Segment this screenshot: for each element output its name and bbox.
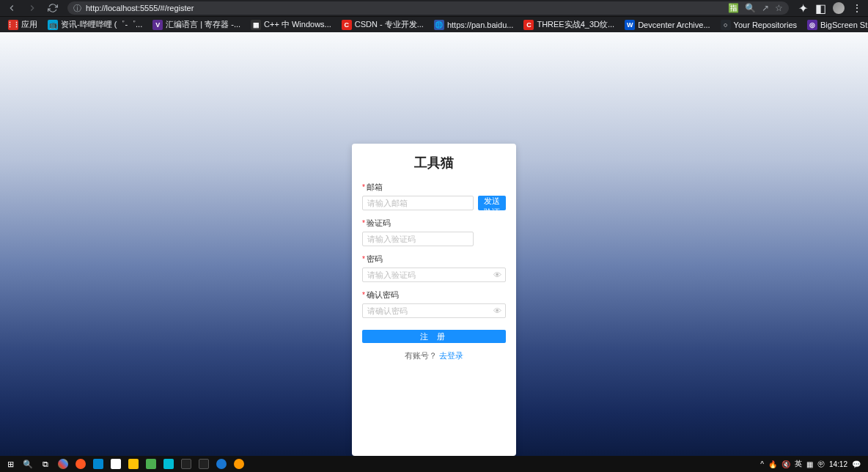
taskbar-app[interactable]	[196, 457, 211, 471]
tray-input-icon[interactable]: ㊥	[817, 459, 825, 469]
taskbar-app[interactable]	[232, 457, 246, 471]
bookmark-item[interactable]: ◎BigScreen Studio...	[803, 18, 868, 32]
address-bar[interactable]: ⓘ 🈯 🔍 ↗ ☆	[67, 1, 789, 15]
bookmark-label: Devcenter Archive...	[638, 21, 710, 29]
required-marker: *	[362, 255, 365, 263]
email-label: 邮箱	[367, 182, 383, 193]
taskbar-app[interactable]	[73, 457, 88, 471]
send-code-button[interactable]: 发送验证码	[478, 196, 506, 210]
side-panel-icon[interactable]: ◧	[815, 3, 825, 13]
password-label: 密码	[367, 254, 383, 265]
profile-avatar[interactable]	[833, 2, 845, 14]
bookmark-item[interactable]: ⋮⋮应用	[4, 18, 41, 32]
bookmark-label: CSDN - 专业开发...	[355, 19, 424, 30]
bookmark-label: 应用	[21, 19, 37, 30]
confirm-label: 确认密码	[367, 290, 399, 300]
bookmark-item[interactable]: 📺资讯-哔哩哔哩 (゜-゜...	[44, 18, 146, 32]
code-field-group: *验证码	[362, 218, 506, 246]
register-button[interactable]: 注 册	[362, 330, 506, 343]
bookmark-favicon: C	[342, 20, 352, 30]
translate-icon[interactable]: 🈯	[728, 3, 739, 13]
taskbar-app[interactable]	[56, 457, 70, 471]
tray-chevron-up-icon[interactable]: ^	[760, 460, 764, 468]
eye-icon[interactable]: 👁	[493, 270, 501, 279]
bookmark-favicon: 🌐	[434, 20, 444, 30]
system-tray: ^ 🔥 🔇 英 ▦ ㊥ 14:12 💬	[760, 459, 865, 469]
code-label: 验证码	[367, 218, 391, 229]
email-input[interactable]	[362, 196, 474, 210]
password-input[interactable]	[362, 268, 506, 282]
start-button[interactable]: ⊞	[3, 457, 18, 471]
taskbar-app[interactable]	[108, 457, 123, 471]
eye-icon[interactable]: 👁	[493, 306, 501, 315]
chrome-menu-button[interactable]: ⋮	[852, 2, 862, 14]
taskbar-app[interactable]	[161, 457, 176, 471]
bookmark-label: https://pan.baidu...	[447, 21, 514, 29]
required-marker: *	[362, 219, 365, 227]
browser-toolbar: ⓘ 🈯 🔍 ↗ ☆ ✦ ◧ ⋮	[0, 0, 868, 16]
bookmark-item[interactable]: ▦C++ 中 Windows...	[247, 18, 335, 32]
login-prompt: 有账号？ 去登录	[362, 350, 506, 361]
nav-back-button[interactable]	[6, 2, 18, 14]
bookmark-label: C++ 中 Windows...	[264, 19, 331, 30]
tray-clock[interactable]: 14:12	[829, 460, 847, 468]
bookmark-label: THREE实战4_3D纹...	[537, 19, 614, 30]
bookmark-favicon: ▦	[251, 20, 261, 30]
taskbar-app[interactable]	[214, 457, 229, 471]
required-marker: *	[362, 183, 365, 191]
taskbar-app[interactable]	[179, 457, 194, 471]
register-card: 工具猫 *邮箱 发送验证码 *验证码 *密码 👁 *确认密码 👁	[352, 144, 516, 456]
bookmark-label: BigScreen Studio...	[820, 21, 868, 29]
bookmark-favicon: ⋮⋮	[8, 20, 18, 30]
bookmark-item[interactable]: ○Your Repositories	[717, 18, 801, 32]
bookmark-favicon: C	[523, 20, 534, 30]
bookmark-item[interactable]: CTHREE实战4_3D纹...	[520, 18, 618, 32]
go-login-link[interactable]: 去登录	[439, 351, 463, 360]
bookmark-favicon: V	[152, 20, 163, 30]
share-icon[interactable]: ↗	[762, 3, 769, 13]
have-account-text: 有账号？	[405, 351, 437, 360]
bookmarks-bar: ⋮⋮应用📺资讯-哔哩哔哩 (゜-゜...V汇编语言 | 寄存器 -...▦C++…	[0, 16, 868, 32]
tray-hot-icon[interactable]: 🔥	[768, 460, 777, 468]
nav-reload-button[interactable]	[47, 2, 59, 14]
search-button[interactable]: 🔍	[21, 457, 35, 471]
tray-volume-icon[interactable]: 🔇	[781, 460, 790, 468]
required-marker: *	[362, 291, 365, 299]
bookmark-favicon: ○	[721, 20, 731, 30]
taskbar-app[interactable]	[144, 457, 158, 471]
bookmark-item[interactable]: CCSDN - 专业开发...	[338, 18, 427, 32]
bookmark-favicon: 📺	[48, 20, 58, 30]
confirm-field-group: *确认密码 👁	[362, 290, 506, 318]
bookmark-label: 汇编语言 | 寄存器 -...	[166, 19, 240, 30]
bookmark-star-icon[interactable]: ☆	[775, 3, 783, 13]
card-title: 工具猫	[362, 154, 506, 172]
page-body: 工具猫 *邮箱 发送验证码 *验证码 *密码 👁 *确认密码 👁	[0, 32, 868, 456]
bookmark-label: 资讯-哔哩哔哩 (゜-゜...	[61, 19, 142, 30]
bookmark-favicon: ◎	[807, 20, 817, 30]
site-info-icon[interactable]: ⓘ	[73, 3, 81, 14]
bookmark-item[interactable]: WDevcenter Archive...	[621, 18, 713, 32]
nav-forward-button[interactable]	[26, 2, 38, 14]
code-input[interactable]	[362, 232, 474, 246]
email-field-group: *邮箱 发送验证码	[362, 182, 506, 210]
password-field-group: *密码 👁	[362, 254, 506, 282]
bookmark-item[interactable]: V汇编语言 | 寄存器 -...	[149, 18, 244, 32]
ime-lang-indicator[interactable]: 英	[795, 459, 802, 469]
extensions-icon[interactable]: ✦	[798, 3, 808, 13]
confirm-input[interactable]	[362, 303, 506, 318]
url-input[interactable]	[86, 4, 724, 12]
bookmark-label: Your Repositories	[734, 21, 797, 29]
ime-mode-indicator[interactable]: ▦	[806, 460, 813, 468]
zoom-icon[interactable]: 🔍	[745, 3, 756, 13]
bookmark-favicon: W	[625, 20, 635, 30]
taskbar-app[interactable]	[126, 457, 141, 471]
tray-notification-icon[interactable]: 💬	[852, 460, 861, 468]
windows-taskbar: ⊞ 🔍 ⧉ ^ 🔥 🔇 英 ▦ ㊥ 14:12 💬	[0, 456, 868, 472]
taskbar-app[interactable]	[91, 457, 106, 471]
task-view-button[interactable]: ⧉	[38, 457, 53, 471]
bookmark-item[interactable]: 🌐https://pan.baidu...	[430, 18, 518, 32]
